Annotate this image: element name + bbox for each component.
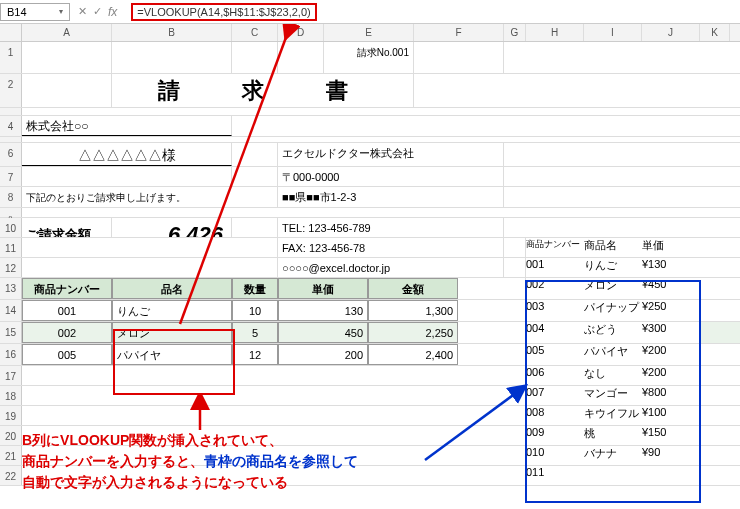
col-header[interactable]: G xyxy=(504,24,526,41)
vendor-fax[interactable]: FAX: 123-456-78 xyxy=(278,238,504,257)
row-label[interactable]: 10 xyxy=(0,218,22,237)
lookup-cell[interactable]: 001 xyxy=(526,258,584,277)
invoice-header[interactable]: 品名 xyxy=(112,278,232,299)
lookup-cell[interactable]: 002 xyxy=(526,278,584,299)
invoice-cell[interactable]: 12 xyxy=(232,344,278,365)
cell[interactable] xyxy=(22,167,232,186)
lookup-header[interactable]: 単価 xyxy=(642,238,700,257)
row-label[interactable]: 17 xyxy=(0,366,22,385)
note[interactable]: 下記のとおりご請求申し上げます。 xyxy=(22,187,278,207)
lookup-cell[interactable]: ぶどう xyxy=(584,322,642,343)
lookup-cell[interactable]: キウイフル xyxy=(584,406,642,425)
cell[interactable] xyxy=(458,278,526,299)
row-label[interactable]: 21 xyxy=(0,446,22,465)
cell[interactable] xyxy=(414,42,504,73)
select-all-corner[interactable] xyxy=(0,24,22,41)
cell[interactable] xyxy=(458,300,526,321)
lookup-cell[interactable]: ¥200 xyxy=(642,344,700,365)
cell[interactable] xyxy=(22,366,526,385)
vendor-postal[interactable]: 〒000-0000 xyxy=(278,167,504,186)
confirm-icon[interactable]: ✓ xyxy=(93,5,102,18)
vendor-tel[interactable]: TEL: 123-456-789 xyxy=(278,218,504,237)
lookup-cell[interactable]: パパイヤ xyxy=(584,344,642,365)
invoice-cell[interactable]: りんご xyxy=(112,300,232,321)
lookup-cell[interactable]: 005 xyxy=(526,344,584,365)
cell[interactable] xyxy=(22,406,526,425)
lookup-cell[interactable]: メロン xyxy=(584,278,642,299)
row-label[interactable]: 20 xyxy=(0,426,22,445)
cell[interactable] xyxy=(504,238,526,257)
cell[interactable] xyxy=(22,42,112,73)
invoice-cell[interactable]: 200 xyxy=(278,344,368,365)
cell[interactable] xyxy=(22,258,278,277)
row-label[interactable]: 6 xyxy=(0,143,22,166)
lookup-header[interactable]: 商品名 xyxy=(584,238,642,257)
name-box[interactable]: B14 ▾ xyxy=(0,3,70,21)
row-label[interactable]: 22 xyxy=(0,466,22,485)
row-label[interactable]: 9 xyxy=(0,208,22,217)
invoice-cell[interactable]: メロン xyxy=(112,322,232,343)
invoice-header[interactable]: 商品ナンバー xyxy=(22,278,112,299)
lookup-cell[interactable]: ¥800 xyxy=(642,386,700,405)
row-label[interactable]: 2 xyxy=(0,74,22,107)
company-name[interactable]: 株式会社○○ xyxy=(22,116,232,136)
row-label[interactable]: 14 xyxy=(0,300,22,321)
lookup-cell[interactable]: 桃 xyxy=(584,426,642,445)
cancel-icon[interactable]: ✕ xyxy=(78,5,87,18)
cell[interactable] xyxy=(232,42,278,73)
invoice-cell[interactable]: 5 xyxy=(232,322,278,343)
lookup-cell[interactable] xyxy=(584,466,642,485)
lookup-cell[interactable]: パイナップ xyxy=(584,300,642,321)
name-box-dropdown-icon[interactable]: ▾ xyxy=(59,7,63,16)
vendor-name[interactable]: エクセルドクター株式会社 xyxy=(278,143,504,166)
vendor-addr[interactable]: ■■県■■市1-2-3 xyxy=(278,187,504,207)
row-label[interactable]: 11 xyxy=(0,238,22,257)
cell[interactable] xyxy=(112,42,232,73)
formula-input[interactable]: =VLOOKUP(A14,$H$11:$J$23,2,0) xyxy=(125,1,740,23)
invoice-cell[interactable]: 2,400 xyxy=(368,344,458,365)
lookup-cell[interactable] xyxy=(642,466,700,485)
lookup-cell[interactable]: なし xyxy=(584,366,642,385)
invoice-cell[interactable]: 2,250 xyxy=(368,322,458,343)
cell[interactable] xyxy=(232,143,278,166)
lookup-cell[interactable]: 010 xyxy=(526,446,584,465)
row-label[interactable]: 19 xyxy=(0,406,22,425)
request-no[interactable]: 請求No.001 xyxy=(324,42,414,73)
row-label[interactable]: 18 xyxy=(0,386,22,405)
row-label[interactable]: 3 xyxy=(0,108,22,115)
lookup-cell[interactable]: 003 xyxy=(526,300,584,321)
invoice-cell[interactable]: 130 xyxy=(278,300,368,321)
lookup-cell[interactable]: 004 xyxy=(526,322,584,343)
cell[interactable] xyxy=(504,258,526,277)
invoice-cell[interactable]: 1,300 xyxy=(368,300,458,321)
invoice-cell[interactable]: パパイヤ xyxy=(112,344,232,365)
invoice-header[interactable]: 数量 xyxy=(232,278,278,299)
invoice-cell[interactable]: 10 xyxy=(232,300,278,321)
col-header[interactable]: I xyxy=(584,24,642,41)
invoice-cell[interactable]: 450 xyxy=(278,322,368,343)
customer-name[interactable]: △△△△△△様 xyxy=(22,143,232,166)
lookup-header[interactable]: 商品ナンバー xyxy=(526,238,584,257)
col-header[interactable]: C xyxy=(232,24,278,41)
cell[interactable] xyxy=(22,386,526,405)
cell[interactable] xyxy=(458,322,526,343)
lookup-cell[interactable]: ¥200 xyxy=(642,366,700,385)
cell[interactable] xyxy=(22,74,112,107)
col-header[interactable]: K xyxy=(700,24,730,41)
lookup-cell[interactable]: マンゴー xyxy=(584,386,642,405)
lookup-cell[interactable]: ¥300 xyxy=(642,322,700,343)
invoice-cell[interactable]: 005 xyxy=(22,344,112,365)
amount-value[interactable]: 6,426 xyxy=(112,218,232,237)
lookup-cell[interactable]: ¥250 xyxy=(642,300,700,321)
row-label[interactable]: 16 xyxy=(0,344,22,365)
lookup-cell[interactable]: ¥90 xyxy=(642,446,700,465)
cell[interactable] xyxy=(232,167,278,186)
row-label[interactable]: 7 xyxy=(0,167,22,186)
col-header[interactable]: F xyxy=(414,24,504,41)
invoice-header[interactable]: 金額 xyxy=(368,278,458,299)
row-label[interactable]: 15 xyxy=(0,322,22,343)
invoice-header[interactable]: 単価 xyxy=(278,278,368,299)
spreadsheet-grid[interactable]: 1 請求No.001 2 請 求 書 3 4 株式会社○○ 5 6 △△△△△△… xyxy=(0,42,740,486)
lookup-cell[interactable]: ¥130 xyxy=(642,258,700,277)
col-header[interactable]: D xyxy=(278,24,324,41)
